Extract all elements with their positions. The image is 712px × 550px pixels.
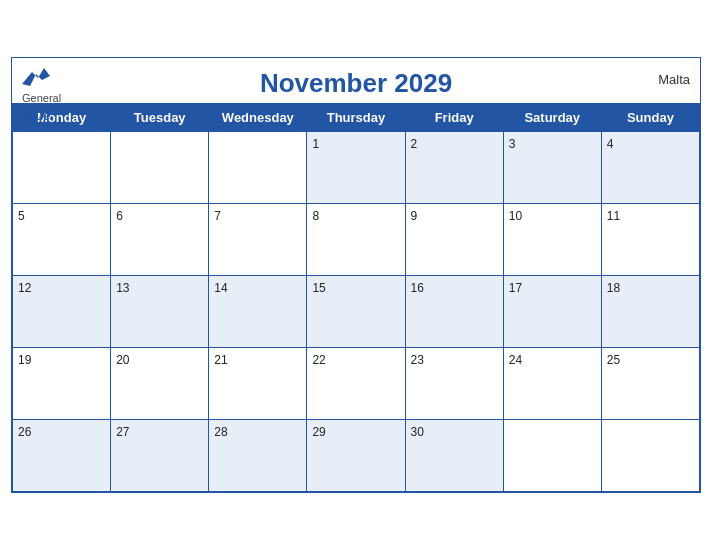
- calendar-day: 3: [503, 132, 601, 204]
- calendar-day: [503, 420, 601, 492]
- calendar-day: [601, 420, 699, 492]
- day-number: 30: [411, 425, 424, 439]
- day-number: 1: [312, 137, 319, 151]
- calendar-week-row: 567891011: [13, 204, 700, 276]
- day-number: 21: [214, 353, 227, 367]
- calendar-week-row: 19202122232425: [13, 348, 700, 420]
- day-number: 18: [607, 281, 620, 295]
- calendar-day: 29: [307, 420, 405, 492]
- day-number: 5: [18, 209, 25, 223]
- calendar-day: 1: [307, 132, 405, 204]
- weekday-header-tuesday: Tuesday: [111, 104, 209, 132]
- calendar-day: 16: [405, 276, 503, 348]
- calendar-day: 17: [503, 276, 601, 348]
- calendar-day: 2: [405, 132, 503, 204]
- calendar-day: 25: [601, 348, 699, 420]
- calendar-day: [13, 132, 111, 204]
- weekday-header-row: MondayTuesdayWednesdayThursdayFridaySatu…: [13, 104, 700, 132]
- day-number: 23: [411, 353, 424, 367]
- calendar: General Blue November 2029 Malta MondayT…: [11, 57, 701, 493]
- calendar-day: 19: [13, 348, 111, 420]
- calendar-day: 20: [111, 348, 209, 420]
- calendar-day: 4: [601, 132, 699, 204]
- calendar-day: 12: [13, 276, 111, 348]
- calendar-day: 13: [111, 276, 209, 348]
- day-number: 22: [312, 353, 325, 367]
- calendar-day: 15: [307, 276, 405, 348]
- weekday-header-thursday: Thursday: [307, 104, 405, 132]
- day-number: 13: [116, 281, 129, 295]
- calendar-day: 23: [405, 348, 503, 420]
- calendar-table: MondayTuesdayWednesdayThursdayFridaySatu…: [12, 103, 700, 492]
- calendar-day: 9: [405, 204, 503, 276]
- calendar-day: 8: [307, 204, 405, 276]
- calendar-day: 6: [111, 204, 209, 276]
- day-number: 29: [312, 425, 325, 439]
- day-number: 10: [509, 209, 522, 223]
- calendar-day: 11: [601, 204, 699, 276]
- calendar-day: 10: [503, 204, 601, 276]
- calendar-day: 24: [503, 348, 601, 420]
- weekday-header-wednesday: Wednesday: [209, 104, 307, 132]
- day-number: 27: [116, 425, 129, 439]
- calendar-day: 27: [111, 420, 209, 492]
- weekday-header-saturday: Saturday: [503, 104, 601, 132]
- day-number: 2: [411, 137, 418, 151]
- day-number: 3: [509, 137, 516, 151]
- day-number: 15: [312, 281, 325, 295]
- brand-blue-text: Blue: [22, 108, 50, 123]
- calendar-day: [209, 132, 307, 204]
- day-number: 16: [411, 281, 424, 295]
- weekday-header-sunday: Sunday: [601, 104, 699, 132]
- calendar-day: 26: [13, 420, 111, 492]
- calendar-header: General Blue November 2029 Malta: [12, 58, 700, 103]
- calendar-day: 18: [601, 276, 699, 348]
- day-number: 24: [509, 353, 522, 367]
- calendar-day: 5: [13, 204, 111, 276]
- day-number: 14: [214, 281, 227, 295]
- calendar-day: 28: [209, 420, 307, 492]
- calendar-week-row: 1234: [13, 132, 700, 204]
- day-number: 4: [607, 137, 614, 151]
- brand-logo-icon: [22, 66, 50, 88]
- calendar-day: 30: [405, 420, 503, 492]
- svg-marker-0: [22, 68, 50, 86]
- brand: General Blue: [22, 66, 61, 124]
- calendar-day: [111, 132, 209, 204]
- day-number: 19: [18, 353, 31, 367]
- day-number: 28: [214, 425, 227, 439]
- day-number: 6: [116, 209, 123, 223]
- calendar-day: 22: [307, 348, 405, 420]
- day-number: 11: [607, 209, 620, 223]
- day-number: 9: [411, 209, 418, 223]
- calendar-day: 14: [209, 276, 307, 348]
- calendar-week-row: 12131415161718: [13, 276, 700, 348]
- day-number: 20: [116, 353, 129, 367]
- day-number: 17: [509, 281, 522, 295]
- day-number: 12: [18, 281, 31, 295]
- day-number: 26: [18, 425, 31, 439]
- brand-general-text: General: [22, 92, 61, 104]
- calendar-week-row: 2627282930: [13, 420, 700, 492]
- day-number: 7: [214, 209, 221, 223]
- calendar-country: Malta: [658, 72, 690, 87]
- calendar-day: 7: [209, 204, 307, 276]
- day-number: 25: [607, 353, 620, 367]
- calendar-day: 21: [209, 348, 307, 420]
- day-number: 8: [312, 209, 319, 223]
- calendar-title: November 2029: [28, 68, 684, 99]
- weekday-header-friday: Friday: [405, 104, 503, 132]
